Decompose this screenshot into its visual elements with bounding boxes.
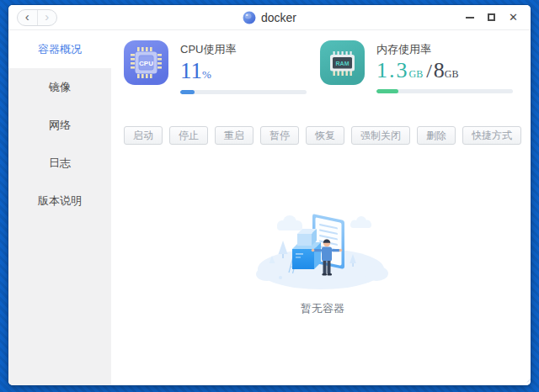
window-body: 容器概况 镜像 网络 日志 版本说明 [8,30,531,385]
no-containers-illustration [255,204,390,291]
minimize-icon [466,17,474,19]
memory-used-value: 1.3 [376,58,409,82]
restart-button[interactable]: 重启 [215,126,253,145]
close-icon: ✕ [509,11,518,24]
memory-stat-card: RAM 内存使用率 1.3GB/8GB [320,40,513,94]
stop-button[interactable]: 停止 [169,126,208,145]
sidebar: 容器概况 镜像 网络 日志 版本说明 [8,30,111,385]
memory-value-line: 1.3GB/8GB [376,58,513,83]
cpu-progress-fill [180,90,195,94]
sidebar-item-network[interactable]: 网络 [8,106,111,144]
memory-divider: / [426,60,432,82]
cpu-value-line: 11% [180,58,307,84]
pause-button[interactable]: 暂停 [260,126,299,145]
back-button[interactable]: ‹ [18,10,38,25]
cpu-unit: % [202,68,211,81]
empty-state-message: 暂无容器 [301,301,344,316]
cpu-progress-track [180,90,307,94]
maximize-icon [488,13,495,21]
cpu-chip-icon: CPU [124,40,168,85]
forward-button[interactable]: › [38,10,57,25]
cpu-stat-label: CPU使用率 [180,42,307,57]
stats-row: CPU CPU使用率 11% [124,40,521,94]
docker-window: ‹ › docker ✕ 容器概况 [8,5,531,385]
cpu-value: 11 [180,58,202,83]
memory-stat-label: 内存使用率 [376,42,513,57]
container-toolbar: 启动 停止 重启 暂停 恢复 强制关闭 删除 快捷方式 [124,126,521,145]
close-button[interactable]: ✕ [508,12,519,24]
window-title: docker [261,11,296,24]
window-controls: ✕ [464,12,519,24]
start-button[interactable]: 启动 [124,126,163,145]
sidebar-item-images[interactable]: 镜像 [8,68,111,106]
cpu-icon-label: CPU [139,60,153,67]
main-content: CPU CPU使用率 11% [111,30,531,385]
window-title-area: docker [243,5,296,29]
sidebar-item-release-notes[interactable]: 版本说明 [8,182,111,220]
resume-button[interactable]: 恢复 [306,126,344,145]
memory-progress-fill [376,89,398,93]
sidebar-item-container-overview[interactable]: 容器概况 [8,30,111,68]
shortcut-button[interactable]: 快捷方式 [462,126,521,145]
docker-ball-icon [243,11,256,24]
titlebar: ‹ › docker ✕ [8,5,531,30]
memory-progress-track [376,89,513,93]
empty-state: 暂无容器 [255,204,390,316]
memory-total-value: 8 [434,58,445,82]
back-icon: ‹ [25,10,29,23]
cpu-stat-card: CPU CPU使用率 11% [124,40,320,94]
memory-used-unit: GB [409,68,424,80]
memory-total-unit: GB [445,68,459,80]
ram-chip-icon: RAM [320,40,365,85]
forward-icon: › [45,10,49,23]
memory-stat-text: 内存使用率 1.3GB/8GB [376,40,513,93]
resize-grip[interactable] [526,374,531,383]
minimize-button[interactable] [464,12,475,24]
sidebar-item-logs[interactable]: 日志 [8,144,111,182]
delete-button[interactable]: 删除 [417,126,456,145]
nav-group: ‹ › [17,9,57,26]
ram-icon-label: RAM [336,61,350,66]
cpu-stat-text: CPU使用率 11% [180,40,307,94]
force-close-button[interactable]: 强制关闭 [351,126,410,145]
maximize-button[interactable] [486,12,497,24]
